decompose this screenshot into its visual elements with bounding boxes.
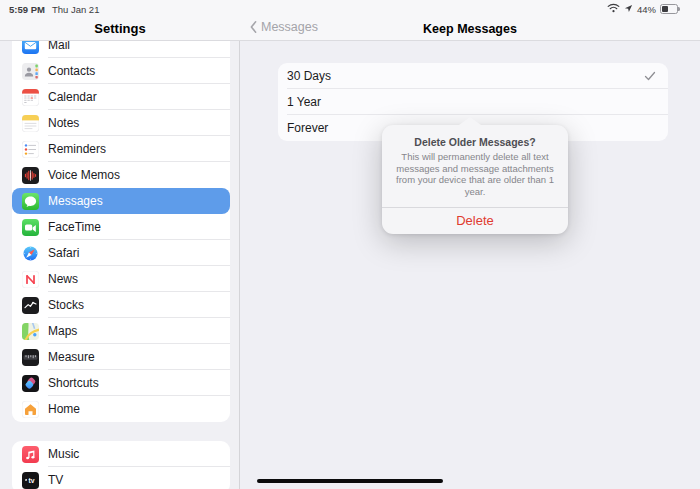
contacts-icon xyxy=(22,63,39,80)
music-icon xyxy=(22,446,39,463)
location-icon xyxy=(624,4,633,15)
sidebar-item-label: News xyxy=(48,272,78,286)
sidebar-section-apps: MailContactsCalendarNotesRemindersVoice … xyxy=(12,32,230,422)
sidebar-item-music[interactable]: Music xyxy=(12,441,230,467)
status-date: Thu Jan 21 xyxy=(52,4,100,15)
sidebar-item-label: Contacts xyxy=(48,64,95,78)
sidebar-item-label: Shortcuts xyxy=(48,376,99,390)
tv-icon: tv xyxy=(22,472,39,489)
sidebar-section-media: MusictvTV xyxy=(12,441,230,489)
stocks-icon xyxy=(22,297,39,314)
sidebar-item-reminders[interactable]: Reminders xyxy=(12,136,230,162)
safari-icon xyxy=(22,245,39,262)
calendar-icon xyxy=(22,89,39,106)
delete-button[interactable]: Delete xyxy=(382,208,568,234)
status-bar-left: 5:59 PM Thu Jan 21 xyxy=(9,4,99,15)
content-header: Messages Keep Messages 44% xyxy=(240,0,700,41)
sidebar-item-label: Messages xyxy=(48,194,103,208)
dialog-title: Delete Older Messages? xyxy=(382,125,568,148)
page-title: Keep Messages xyxy=(240,22,700,36)
svg-text:tv: tv xyxy=(29,477,35,484)
home-indicator[interactable] xyxy=(257,479,443,483)
sidebar-title: Settings xyxy=(0,21,240,36)
sidebar-item-news[interactable]: News xyxy=(12,266,230,292)
sidebar-item-contacts[interactable]: Contacts xyxy=(12,58,230,84)
home-icon xyxy=(22,401,39,418)
sidebar-item-label: FaceTime xyxy=(48,220,101,234)
sidebar-item-label: Stocks xyxy=(48,298,84,312)
sidebar-item-label: Maps xyxy=(48,324,77,338)
notes-icon xyxy=(22,115,39,132)
sidebar-item-tv[interactable]: tvTV xyxy=(12,467,230,489)
sidebar-item-label: Measure xyxy=(48,350,95,364)
sidebar-item-label: Reminders xyxy=(48,142,106,156)
option-label: 1 Year xyxy=(287,95,321,109)
sidebar-item-calendar[interactable]: Calendar xyxy=(12,84,230,110)
sidebar-item-label: Music xyxy=(48,447,79,461)
popover-arrow xyxy=(459,117,481,125)
shortcuts-icon xyxy=(22,375,39,392)
sidebar-item-label: Voice Memos xyxy=(48,168,120,182)
status-bar-right: 44% xyxy=(607,3,678,15)
sidebar-item-home[interactable]: Home xyxy=(12,396,230,422)
measure-icon xyxy=(22,349,39,366)
checkmark-icon xyxy=(644,67,656,85)
facetime-icon xyxy=(22,219,39,236)
sidebar-item-messages[interactable]: Messages xyxy=(12,188,230,214)
option-label: Forever xyxy=(287,121,328,135)
delete-older-messages-dialog: Delete Older Messages? This will permane… xyxy=(382,125,568,234)
sidebar-item-label: Calendar xyxy=(48,90,97,104)
maps-icon xyxy=(22,323,39,340)
sidebar-item-safari[interactable]: Safari xyxy=(12,240,230,266)
news-icon xyxy=(22,271,39,288)
option-30-days[interactable]: 30 Days xyxy=(278,63,668,89)
option-1-year[interactable]: 1 Year xyxy=(278,89,668,115)
voice-memos-icon xyxy=(22,167,39,184)
sidebar-item-notes[interactable]: Notes xyxy=(12,110,230,136)
wifi-icon xyxy=(607,3,620,15)
sidebar-item-stocks[interactable]: Stocks xyxy=(12,292,230,318)
sidebar-divider xyxy=(239,41,240,489)
sidebar-item-voice-memos[interactable]: Voice Memos xyxy=(12,162,230,188)
settings-sidebar: MailContactsCalendarNotesRemindersVoice … xyxy=(0,0,240,489)
messages-icon xyxy=(22,193,39,210)
status-time: 5:59 PM xyxy=(9,4,45,15)
sidebar-item-label: Notes xyxy=(48,116,79,130)
sidebar-item-maps[interactable]: Maps xyxy=(12,318,230,344)
dialog-message: This will permanently delete all text me… xyxy=(382,148,568,207)
sidebar-header: 5:59 PM Thu Jan 21 Settings xyxy=(0,0,240,41)
sidebar-item-label: Home xyxy=(48,402,80,416)
option-label: 30 Days xyxy=(287,69,331,83)
sidebar-item-label: TV xyxy=(48,473,63,487)
keep-messages-panel: 30 Days1 YearForever Delete Older Messag… xyxy=(240,0,700,489)
battery-icon xyxy=(660,4,678,14)
sidebar-item-shortcuts[interactable]: Shortcuts xyxy=(12,370,230,396)
battery-percent: 44% xyxy=(637,4,656,15)
reminders-icon xyxy=(22,141,39,158)
sidebar-item-measure[interactable]: Measure xyxy=(12,344,230,370)
sidebar-item-facetime[interactable]: FaceTime xyxy=(12,214,230,240)
sidebar-item-label: Safari xyxy=(48,246,79,260)
ipad-settings-screen: MailContactsCalendarNotesRemindersVoice … xyxy=(0,0,700,489)
